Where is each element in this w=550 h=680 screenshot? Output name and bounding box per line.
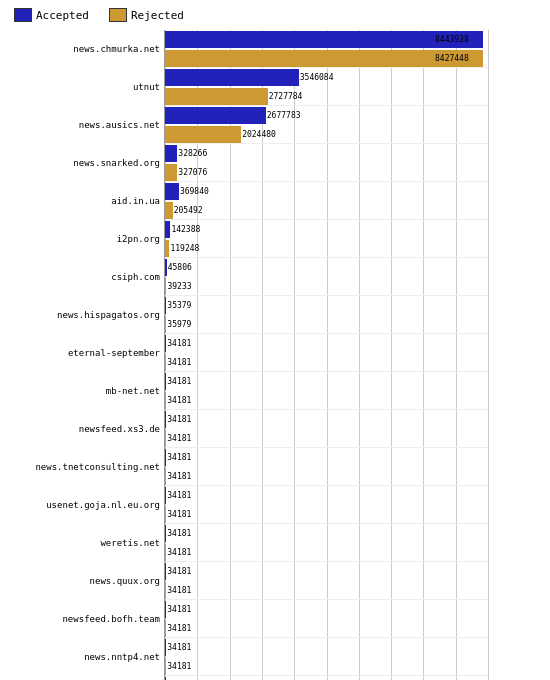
bar-row: 3418134181: [165, 486, 488, 524]
value-rejected: 2727784: [269, 88, 303, 105]
bar-rejected: [165, 316, 166, 333]
legend: Accepted Rejected: [14, 8, 546, 22]
bar-row: 35460842727784: [165, 68, 488, 106]
bar-row: 328266327076: [165, 144, 488, 182]
y-label: aid.in.ua: [4, 182, 164, 220]
y-label: newsfeed.xs3.de: [4, 410, 164, 448]
bar-row: 3418134181: [165, 372, 488, 410]
bar-accepted: [165, 145, 177, 162]
bar-rejected: [165, 392, 166, 409]
y-label: csiph.com: [4, 258, 164, 296]
bar-rejected: [165, 202, 173, 219]
bar-accepted: [165, 525, 166, 542]
y-label: i2pn.org: [4, 220, 164, 258]
y-label: newsfeed.bofh.team: [4, 600, 164, 638]
bar-accepted: [165, 297, 166, 314]
bar-accepted: [165, 259, 167, 276]
value-accepted: 2677783: [267, 107, 301, 124]
bar-accepted: [165, 601, 166, 618]
value-rejected: 34181: [167, 658, 191, 675]
bar-accepted: [165, 221, 170, 238]
bar-accepted: [165, 449, 166, 466]
bar-accepted: [165, 639, 166, 656]
bar-row: 3537935979: [165, 296, 488, 334]
y-label: usenet.goja.nl.eu.org: [4, 486, 164, 524]
bar-row: 4580639233: [165, 258, 488, 296]
legend-rejected-box: [109, 8, 127, 22]
value-accepted: 34181: [167, 335, 191, 352]
value-accepted: 34181: [167, 601, 191, 618]
bar-accepted: [165, 487, 166, 504]
bar-row: 142388119248: [165, 220, 488, 258]
value-rejected: 34181: [167, 354, 191, 371]
bar-accepted: [165, 107, 266, 124]
bar-rejected: [165, 126, 241, 143]
y-label: mb-net.net: [4, 372, 164, 410]
value-accepted: 142388: [171, 221, 200, 238]
value-accepted: 45806: [168, 259, 192, 276]
bar-row: 3418134181: [165, 600, 488, 638]
y-label: news.chmurka.net: [4, 30, 164, 68]
bar-accepted: [165, 373, 166, 390]
bar-rejected: [165, 240, 169, 257]
bar-rejected: [165, 544, 166, 561]
value-accepted: 34181: [167, 563, 191, 580]
value-accepted: 35379: [167, 297, 191, 314]
y-label: weretis.net: [4, 524, 164, 562]
value-rejected: 119248: [170, 240, 199, 257]
y-label: news.tnetconsulting.net: [4, 448, 164, 486]
y-label: eternal-september: [4, 334, 164, 372]
bar-rejected: [165, 354, 166, 371]
value-rejected: 2024480: [242, 126, 276, 143]
value-accepted: 34181: [167, 411, 191, 428]
bar-rejected: [165, 582, 166, 599]
value-rejected: 34181: [167, 392, 191, 409]
bar-rejected: [165, 658, 166, 675]
legend-accepted-box: [14, 8, 32, 22]
bar-row: 3418134181: [165, 448, 488, 486]
value-rejected: 34181: [167, 544, 191, 561]
value-accepted: 3546084: [300, 69, 334, 86]
value-accepted: 8443938: [435, 31, 469, 48]
value-accepted: 328266: [178, 145, 207, 162]
legend-rejected-label: Rejected: [131, 9, 184, 22]
bar-row: 3418134181: [165, 524, 488, 562]
value-rejected: 34181: [167, 620, 191, 637]
bar-row: 3418134181: [165, 410, 488, 448]
value-rejected: 205492: [174, 202, 203, 219]
value-rejected: 34181: [167, 582, 191, 599]
y-label: utnut: [4, 68, 164, 106]
value-rejected: 34181: [167, 506, 191, 523]
bar-row: 369840205492: [165, 182, 488, 220]
legend-rejected: Rejected: [109, 8, 184, 22]
bar-accepted: [165, 411, 166, 428]
y-label: news.quux.org: [4, 562, 164, 600]
y-label: news.samoqlyk.net: [4, 676, 164, 680]
bar-accepted: [165, 183, 179, 200]
bar-accepted: [165, 335, 166, 352]
value-accepted: 34181: [167, 487, 191, 504]
bar-rejected: [165, 164, 177, 181]
y-label: news.snarked.org: [4, 144, 164, 182]
bar-accepted: [165, 563, 166, 580]
y-label: news.hispagatos.org: [4, 296, 164, 334]
bar-rejected: [165, 620, 166, 637]
value-rejected: 39233: [167, 278, 191, 295]
bar-rejected: [165, 506, 166, 523]
bar-rejected: [165, 278, 166, 295]
legend-accepted-label: Accepted: [36, 9, 89, 22]
value-accepted: 34181: [167, 373, 191, 390]
value-accepted: 34181: [167, 449, 191, 466]
value-accepted: 34181: [167, 525, 191, 542]
bar-row: 3418134181: [165, 562, 488, 600]
bar-accepted: [165, 69, 299, 86]
bar-rejected: [165, 468, 166, 485]
value-rejected: 35979: [167, 316, 191, 333]
bar-row: 3418134181: [165, 334, 488, 372]
value-rejected: 8427448: [435, 50, 469, 67]
value-rejected: 327076: [178, 164, 207, 181]
value-rejected: 34181: [167, 468, 191, 485]
bar-row: 26777832024480: [165, 106, 488, 144]
bar-row: 3309533096: [165, 676, 488, 680]
bar-row: 84439388427448: [165, 30, 488, 68]
